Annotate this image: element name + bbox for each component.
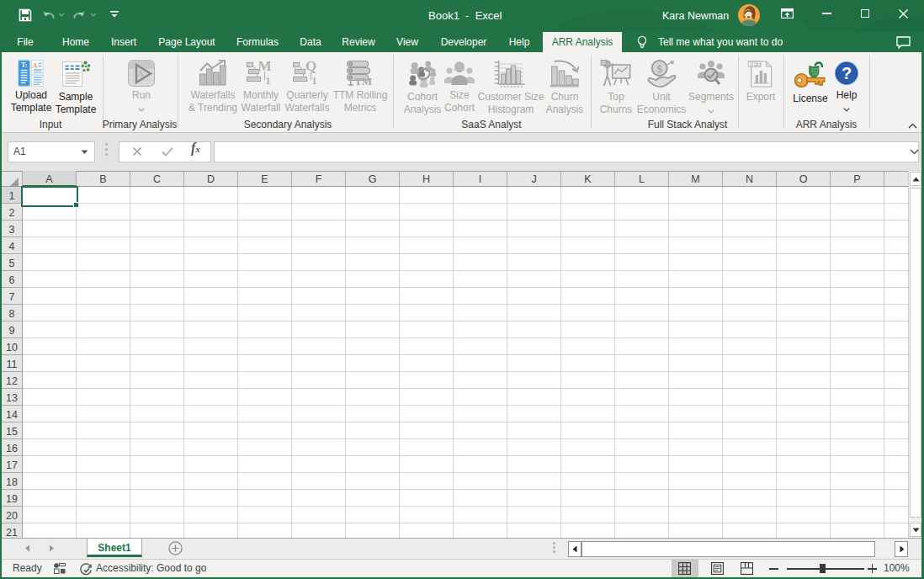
svg-text:$: $	[657, 62, 663, 75]
svg-text:T:: T:	[21, 61, 27, 69]
svg-text:?: ?	[842, 64, 852, 82]
svg-text:A: A	[33, 61, 39, 70]
svg-text:1: 1	[312, 75, 317, 87]
svg-text:TM: TM	[355, 75, 373, 87]
svg-text:PPT: PPT	[749, 61, 762, 68]
svg-text:A: A	[137, 69, 144, 78]
svg-text:1: 1	[266, 75, 271, 87]
